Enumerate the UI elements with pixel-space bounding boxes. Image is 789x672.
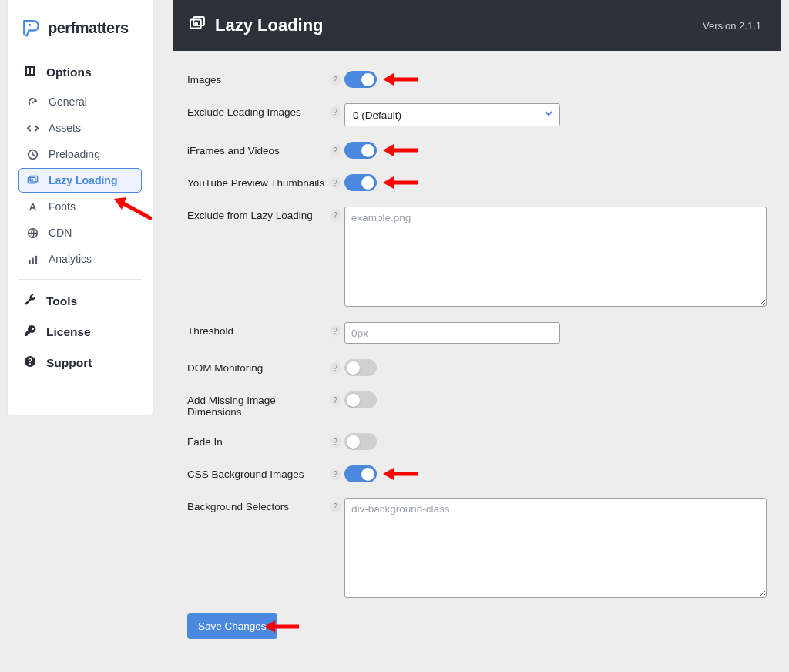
sidebar-item-label: General — [49, 96, 87, 108]
wrench-icon — [23, 294, 37, 309]
main-content: Lazy Loading Version 2.1.1 Images ? Excl… — [173, 0, 781, 670]
svg-point-7 — [31, 179, 32, 180]
sidebar-tools-label: Tools — [46, 294, 77, 308]
label-bgsel: Background Selectors — [187, 498, 326, 512]
help-icon[interactable]: ? — [330, 210, 341, 221]
row-iframes: iFrames and Videos ? — [187, 142, 767, 159]
help-icon[interactable]: ? — [330, 74, 341, 86]
svg-rect-9 — [28, 260, 30, 264]
images-icon — [25, 175, 39, 186]
font-icon — [25, 201, 39, 213]
logo-icon — [20, 17, 42, 39]
label-images: Images — [187, 71, 326, 86]
svg-rect-3 — [31, 68, 33, 74]
brand-logo: perfmatters — [20, 17, 140, 39]
help-icon[interactable]: ? — [330, 106, 341, 118]
code-icon — [25, 123, 39, 134]
svg-point-0 — [29, 24, 32, 27]
globe-icon — [25, 227, 39, 239]
row-css-bg: CSS Background Images ? — [187, 465, 767, 482]
sidebar-section-options[interactable]: Options — [18, 59, 142, 86]
toggle-youtube[interactable] — [344, 174, 377, 191]
label-exclude-ll: Exclude from Lazy Loading — [187, 207, 326, 221]
help-icon[interactable]: ? — [330, 469, 341, 480]
row-dom-monitoring: DOM Monitoring ? — [187, 359, 767, 376]
help-icon[interactable]: ? — [330, 145, 341, 156]
sidebar-item-label: Lazy Loading — [49, 174, 117, 186]
help-icon[interactable]: ? — [330, 177, 341, 189]
label-threshold: Threshold — [187, 322, 326, 337]
chart-icon — [25, 254, 39, 265]
sidebar-options-list: General Assets Preloading Lazy Loading F… — [18, 89, 142, 271]
input-threshold[interactable] — [344, 322, 560, 344]
label-youtube: YouTube Preview Thumbnails — [187, 174, 326, 189]
gauge-icon — [25, 96, 39, 108]
annotation-arrow-icon — [383, 176, 418, 190]
sidebar-item-label: Preloading — [49, 148, 100, 160]
brand-name: perfmatters — [48, 19, 129, 37]
sidebar-item-assets[interactable]: Assets — [18, 116, 142, 140]
toggle-dims[interactable] — [344, 391, 377, 408]
sidebar-license-label: License — [46, 325, 91, 339]
row-exclude-leading: Exclude Leading Images ? 0 (Default) — [187, 103, 767, 126]
toggle-cssbg[interactable] — [344, 465, 377, 482]
row-exclude-lazyloading: Exclude from Lazy Loading ? — [187, 207, 767, 307]
key-icon — [23, 324, 37, 340]
help-icon[interactable]: ? — [330, 395, 341, 406]
svg-rect-11 — [35, 255, 37, 263]
help-icon[interactable]: ? — [330, 501, 341, 512]
help-icon[interactable]: ? — [330, 325, 341, 337]
save-button[interactable]: Save Changes — [187, 613, 277, 639]
annotation-arrow-icon — [383, 467, 418, 481]
version-text: Version 2.1.1 — [703, 20, 761, 32]
sidebar-item-support[interactable]: Support — [18, 349, 142, 377]
sidebar-item-preloading[interactable]: Preloading — [18, 142, 142, 166]
sidebar-item-lazyloading[interactable]: Lazy Loading — [18, 168, 142, 193]
textarea-bgsel[interactable] — [344, 498, 767, 598]
sidebar-item-license[interactable]: License — [18, 318, 142, 346]
sidebar-item-fonts[interactable]: Fonts — [18, 194, 142, 219]
label-dims: Add Missing Image Dimensions — [187, 391, 326, 418]
help-icon[interactable]: ? — [330, 436, 341, 448]
sidebar-item-label: CDN — [49, 227, 72, 239]
select-exclude-leading-input[interactable]: 0 (Default) — [344, 103, 560, 126]
svg-rect-1 — [25, 66, 35, 76]
sidebar-item-analytics[interactable]: Analytics — [18, 247, 142, 271]
page-header: Lazy Loading Version 2.1.1 — [173, 0, 781, 51]
label-cssbg: CSS Background Images — [187, 465, 326, 480]
clock-icon — [25, 149, 39, 160]
sidebar-item-general[interactable]: General — [18, 89, 142, 114]
help-icon — [23, 355, 37, 371]
row-images: Images ? — [187, 71, 767, 88]
label-iframes: iFrames and Videos — [187, 142, 326, 156]
label-fade: Fade In — [187, 433, 326, 448]
row-youtube: YouTube Preview Thumbnails ? — [187, 174, 767, 191]
help-icon[interactable]: ? — [330, 362, 341, 374]
svg-point-15 — [195, 22, 197, 25]
sidebar-item-cdn[interactable]: CDN — [18, 220, 142, 245]
label-dom: DOM Monitoring — [187, 359, 326, 374]
sidebar: perfmatters Options General Assets Prelo… — [8, 0, 153, 415]
sidebar-item-tools[interactable]: Tools — [18, 287, 142, 315]
page-title: Lazy Loading — [215, 15, 324, 35]
toggle-images[interactable] — [344, 71, 377, 88]
sidebar-section-options-label: Options — [46, 66, 92, 79]
svg-rect-10 — [32, 257, 34, 264]
sidebar-support-label: Support — [46, 356, 92, 370]
row-threshold: Threshold ? — [187, 322, 767, 344]
annotation-arrow-icon — [383, 143, 418, 157]
toggle-dom[interactable] — [344, 359, 377, 376]
row-missing-dimensions: Add Missing Image Dimensions ? — [187, 391, 767, 418]
annotation-arrow-icon — [383, 72, 418, 86]
sidebar-divider — [18, 279, 142, 280]
textarea-exclude-ll[interactable] — [344, 207, 767, 307]
row-bg-selectors: Background Selectors ? — [187, 498, 767, 598]
label-exclude-leading: Exclude Leading Images — [187, 103, 326, 118]
select-exclude-leading[interactable]: 0 (Default) — [344, 103, 560, 126]
toggle-fade[interactable] — [344, 433, 377, 450]
settings-form: Images ? Exclude Leading Images ? 0 (Def… — [173, 51, 781, 670]
svg-rect-2 — [27, 68, 29, 74]
row-fade-in: Fade In ? — [187, 433, 767, 450]
sidebar-item-label: Assets — [49, 122, 81, 134]
toggle-iframes[interactable] — [344, 142, 377, 159]
